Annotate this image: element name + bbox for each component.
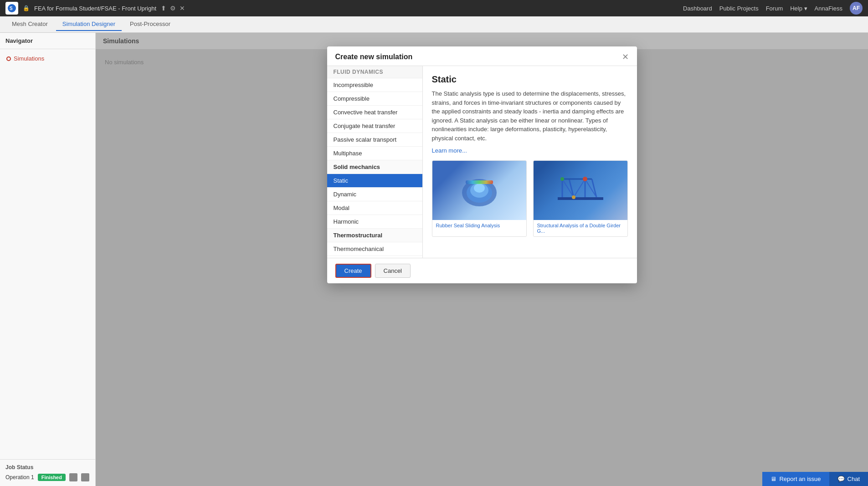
username-label: AnnaFiess	[815, 5, 842, 12]
modal-body: Fluid dynamics Incompressible Compressib…	[327, 66, 637, 258]
tabbar: Mesh Creator Simulation Designer Post-Pr…	[0, 16, 868, 33]
bottom-bar: 🖥 Report an issue 💬 Chat	[762, 472, 868, 486]
sim-item-dynamic[interactable]: Dynamic	[327, 188, 422, 201]
finished-badge: Finished	[38, 474, 66, 481]
sidebar-nav: Simulations	[0, 49, 95, 459]
svg-line-11	[592, 179, 596, 197]
svg-rect-7	[558, 197, 603, 200]
chat-button[interactable]: 💬 Chat	[829, 472, 868, 486]
sim-item-conjugate-heat[interactable]: Conjugate heat transfer	[327, 119, 422, 133]
simulations-label: Simulations	[14, 55, 44, 62]
simulations-circle-icon	[6, 56, 11, 61]
lock-icon: 🔒	[23, 5, 30, 11]
operation-label: Operation 1	[5, 474, 34, 481]
sim-item-thermomechanical[interactable]: Thermomechanical	[327, 242, 422, 256]
modal-footer: Create Cancel	[327, 258, 637, 283]
dashboard-link[interactable]: Dashboard	[683, 5, 712, 12]
forum-link[interactable]: Forum	[766, 5, 783, 12]
main-layout: Navigator Simulations Job Status Operati…	[0, 33, 868, 486]
svg-text:S: S	[10, 6, 13, 11]
fluid-dynamics-category: Fluid dynamics	[327, 66, 422, 78]
close-icon[interactable]: ✕	[180, 5, 185, 12]
modal-close-button[interactable]: ✕	[622, 53, 629, 61]
job-row: Operation 1 Finished	[5, 473, 90, 481]
svg-line-13	[574, 179, 585, 197]
detail-title: Static	[432, 74, 628, 85]
tab-post-processor[interactable]: Post-Processor	[123, 18, 177, 31]
job-stop-button[interactable]	[69, 473, 77, 481]
sidebar: Navigator Simulations Job Status Operati…	[0, 33, 96, 486]
svg-point-18	[560, 177, 564, 181]
job-pause-button[interactable]	[81, 473, 89, 481]
detail-description: The Static analysis type is used to dete…	[432, 89, 628, 143]
modal-title: Create new simulation	[335, 53, 413, 61]
create-simulation-modal: Create new simulation ✕ Fluid dynamics I…	[327, 46, 637, 283]
sim-item-multiphase[interactable]: Multiphase	[327, 147, 422, 160]
cancel-button[interactable]: Cancel	[375, 264, 411, 278]
solid-mechanics-header: Solid mechanics	[327, 160, 422, 174]
public-projects-link[interactable]: Public Projects	[719, 5, 759, 12]
sim-item-harmonic[interactable]: Harmonic	[327, 215, 422, 229]
report-issue-button[interactable]: 🖥 Report an issue	[762, 472, 829, 486]
image-bridge	[534, 161, 627, 220]
image-caption-1[interactable]: Rubber Seal Sliding Analysis	[432, 220, 526, 231]
svg-point-5	[474, 184, 485, 193]
topbar: S 🔒 FEA for Formula Student/FSAE - Front…	[0, 0, 868, 16]
content-area: Simulations No simulations Create new si…	[96, 33, 868, 486]
project-title: FEA for Formula Student/FSAE - Front Upr…	[34, 5, 156, 12]
create-button[interactable]: Create	[335, 264, 371, 278]
sim-item-compressible[interactable]: Compressible	[327, 92, 422, 106]
simulation-detail-panel: Static The Static analysis type is used …	[423, 66, 637, 258]
app-logo[interactable]: S	[5, 2, 18, 15]
help-link[interactable]: Help ▾	[790, 5, 807, 12]
sidebar-item-simulations[interactable]: Simulations	[0, 53, 95, 64]
learn-more-link[interactable]: Learn more...	[432, 147, 467, 154]
topbar-action-icons: ⬆ ⚙ ✕	[161, 5, 185, 12]
modal-header: Create new simulation ✕	[327, 46, 637, 66]
chat-icon: 💬	[837, 476, 845, 482]
modal-overlay: Create new simulation ✕ Fluid dynamics I…	[96, 33, 868, 486]
detail-images: Rubber Seal Sliding Analysis	[432, 160, 628, 237]
user-avatar[interactable]: AF	[850, 2, 863, 15]
share-icon[interactable]: ⬆	[161, 5, 166, 12]
sim-item-static[interactable]: Static	[327, 174, 422, 188]
sim-item-modal[interactable]: Modal	[327, 201, 422, 215]
settings-icon[interactable]: ⚙	[170, 5, 176, 12]
svg-rect-6	[466, 180, 493, 184]
report-icon: 🖥	[770, 476, 776, 482]
topbar-left: S 🔒 FEA for Formula Student/FSAE - Front…	[5, 2, 185, 15]
image-rubber-seal	[432, 161, 526, 220]
job-status-title: Job Status	[5, 464, 90, 471]
topbar-right: Dashboard Public Projects Forum Help ▾ A…	[683, 2, 863, 15]
simulation-type-list: Fluid dynamics Incompressible Compressib…	[327, 66, 423, 258]
tab-simulation-designer[interactable]: Simulation Designer	[56, 18, 122, 31]
tab-mesh-creator[interactable]: Mesh Creator	[5, 18, 54, 31]
detail-image-card-1: Rubber Seal Sliding Analysis	[432, 160, 527, 237]
report-label: Report an issue	[779, 476, 821, 482]
svg-point-16	[583, 177, 587, 181]
detail-image-card-2: Structural Analysis of a Double Girder G…	[533, 160, 628, 237]
svg-line-9	[569, 179, 574, 197]
sim-item-incompressible[interactable]: Incompressible	[327, 78, 422, 92]
thermostructural-header: Thermostructural	[327, 229, 422, 242]
sim-item-passive-scalar[interactable]: Passive scalar transport	[327, 133, 422, 147]
svg-point-17	[572, 195, 575, 199]
navigator-header: Navigator	[0, 33, 95, 49]
chat-label: Chat	[847, 476, 860, 482]
sim-item-convective-heat[interactable]: Convective heat transfer	[327, 106, 422, 119]
job-status-panel: Job Status Operation 1 Finished	[0, 459, 95, 486]
image-caption-2[interactable]: Structural Analysis of a Double Girder G…	[534, 220, 627, 236]
